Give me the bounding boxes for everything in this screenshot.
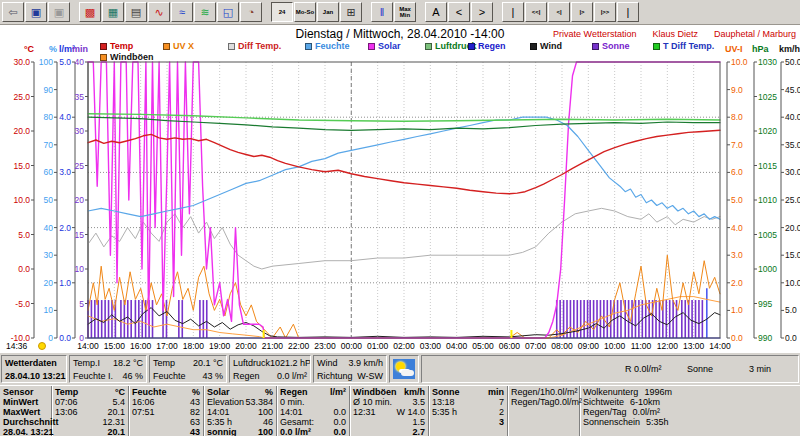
clock-button[interactable]: ◔ [240, 2, 262, 22]
table-row: MinWert [0, 397, 51, 407]
save-as-button[interactable]: ▣ [48, 2, 70, 22]
axis-text: 5.0 [785, 305, 797, 315]
view-year-button[interactable]: ⊞ [340, 2, 362, 22]
axis-text: 20:40 [238, 352, 260, 353]
cell-label: 14:01 [207, 407, 230, 417]
axis-text: 1010 [758, 195, 777, 205]
legend-item-wind: Wind [530, 41, 562, 51]
legend-item-uv-x: UV X [163, 41, 194, 51]
graph-temp-button[interactable]: ▩ [79, 2, 101, 22]
table-row: Sichtweite6-10km [580, 397, 800, 407]
table-row: Elevation53.384 [204, 397, 276, 407]
cell-label: MinWert [3, 397, 38, 407]
axis-text: 6.0 [731, 167, 743, 177]
step-back-button[interactable]: <| [548, 2, 570, 22]
cell-label: Solar [207, 387, 230, 397]
goto-start-button[interactable]: | [502, 2, 524, 22]
copy-button[interactable]: ◱ [217, 2, 239, 22]
view-month-button[interactable]: Jan [317, 2, 339, 22]
cell-value: 0.0 [333, 417, 346, 427]
cell-label: 28.04. 13:21 [3, 427, 54, 436]
axis-text: 40.0 [785, 112, 800, 122]
axis-text: 07:00 [525, 341, 547, 351]
table-row: Temp°C [52, 387, 128, 397]
cell-value: min [488, 387, 504, 397]
auto-scale-button[interactable]: A [425, 2, 447, 22]
table-column-0: SensorMinWertMaxWertDurchschnitt28.04. 1… [0, 386, 52, 436]
table-row: Sonnemin [429, 387, 507, 397]
step-forward-button[interactable]: |> [571, 2, 593, 22]
table-row: Regen/Tag0.0l/m² [580, 407, 800, 417]
cell-value: 0.0 [333, 407, 346, 417]
cell-label: Gesamt: [280, 417, 314, 427]
axis-text: 1025 [758, 92, 777, 102]
axis-text: 25 [75, 161, 85, 171]
table-row: Feuchte% [129, 387, 203, 397]
goto-end-button[interactable]: | [617, 2, 639, 22]
sunrise-marker-tick [510, 330, 512, 338]
graph-line-button[interactable]: ∿ [148, 2, 170, 22]
cell-value: 43 [190, 397, 200, 407]
sun-value: 3 min [749, 364, 795, 374]
graph-multi-button[interactable]: ≈ [171, 2, 193, 22]
cell-value: 5:35h [646, 417, 669, 427]
legend-swatch [468, 43, 475, 50]
cell-value: 6-10km [630, 397, 660, 407]
legend-item-windb-en: Windböen [100, 52, 153, 62]
cell-label: Ø 10 min. [353, 397, 392, 407]
cell-value: 2.7 [412, 427, 425, 436]
graph-color-button[interactable]: ≋ [194, 2, 216, 22]
view-day-button[interactable]: 24 [271, 2, 293, 22]
table-row: 07:5182 [129, 407, 203, 417]
axis-text: 5 [79, 299, 84, 309]
table-column-6: Sonnemin13:1875:35 h23 [429, 386, 508, 436]
legend-item-regen: Regen [468, 41, 506, 51]
axis-text: 10 [75, 264, 85, 274]
page-forward-button[interactable]: |>> [594, 2, 616, 22]
cell-value: 5.4 [112, 397, 125, 407]
back-button[interactable]: < [448, 2, 470, 22]
minmax-button[interactable]: Max Min [394, 2, 416, 22]
cell-label: Regen/Tag [511, 397, 555, 407]
axis-text: 0.0 [59, 333, 71, 343]
status-panel-pressure: Luftdruck1021.2 hPa Regen0.0 l/m² [229, 355, 311, 383]
histogram-button[interactable]: ‖ [371, 2, 393, 22]
cell-label: 13:18 [432, 397, 455, 407]
legend-label: Feuchte [315, 41, 350, 51]
table-row: 5:35 h2 [429, 407, 507, 417]
status-panel-wind: Wind3.9 km/h RichtungW-SW [313, 355, 387, 383]
axis-text: 20 [75, 195, 85, 205]
print-button[interactable]: ▤ [125, 2, 147, 22]
table-row: 1.5 [350, 417, 428, 427]
cell-value: 1.5 [412, 417, 425, 427]
axis-text: 14:00 [77, 341, 99, 351]
axis-text: 25.0 [13, 92, 30, 102]
cell-value: 82 [190, 407, 200, 417]
cell-label: 07:06 [55, 397, 78, 407]
cell-label: Regen [280, 387, 308, 397]
cell-label: 16:06 [132, 397, 155, 407]
page-back-button[interactable]: <<| [525, 2, 547, 22]
exit-button[interactable]: ⇦ [2, 2, 24, 22]
axis-text: 1000 [758, 264, 777, 274]
axis-text: 1005 [758, 230, 777, 240]
axis-text: 0.0 [731, 333, 743, 343]
view-week-button[interactable]: Mo-So [294, 2, 316, 22]
axis-text: 7.0 [731, 140, 743, 150]
axis-text: 21:00 [262, 341, 284, 351]
save-button[interactable]: ▣ [25, 2, 47, 22]
sun-cloud-icon [393, 359, 415, 379]
toolbar-separator [417, 2, 424, 22]
forward-button[interactable]: > [471, 2, 493, 22]
legend-swatch [653, 43, 660, 50]
graph-bars-button[interactable]: ▦ [102, 2, 124, 22]
axis-text: 05:00 [472, 341, 494, 351]
cell-label: Sichtweite [583, 397, 624, 407]
weather-chart[interactable]: °C-10.0-5.00.05.010.015.020.025.030.0%01… [0, 40, 800, 353]
cell-value: °C [115, 387, 125, 397]
status-bar: Wetterdaten 28.04.10 13:21 Temp.I18.2 °C… [0, 353, 800, 385]
axis-text: 06:00 [499, 341, 521, 351]
axis-text: 1.0 [59, 278, 71, 288]
table-column-2: Feuchte%16:064307:51826343 [129, 386, 204, 436]
table-column-1: Temp°C07:065.413:0620.112.3120.1 [52, 386, 129, 436]
